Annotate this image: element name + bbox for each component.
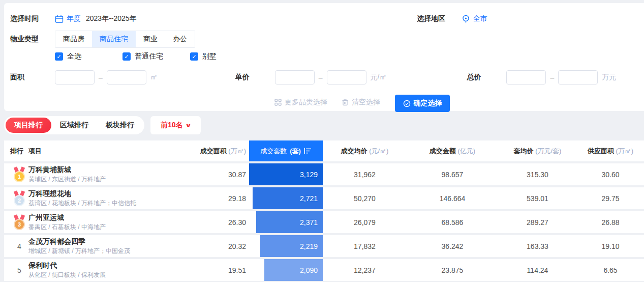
property-type-tab-residential[interactable]: 商品住宅: [92, 31, 136, 47]
checkbox-select-all[interactable]: ✓ 全选: [55, 52, 122, 61]
total-price-unit: 万元: [602, 73, 616, 82]
check-circle-icon: [403, 100, 411, 107]
deal-amount-value: 36.242: [407, 242, 498, 250]
ranking-tab-group: 项目排行 区域排行 板块排行: [4, 116, 144, 134]
col-header-deal-amount[interactable]: 成交金额 (亿元): [407, 147, 498, 156]
deal-units-cell: 2,721: [249, 187, 323, 209]
time-mode-select[interactable]: 年度: [67, 14, 81, 23]
project-cell[interactable]: 广州亚运城 番禺区 / 石基板块 / 中海地产: [28, 213, 186, 231]
checkbox-checked-icon: ✓: [55, 52, 63, 61]
unit-price-unit: 元/㎡: [371, 73, 387, 82]
filter-panel: 选择时间 年度 2023年--2025年 选择地区 全市 物业类型 商品房 商品…: [4, 3, 644, 111]
deal-units-bar: 3,129: [249, 163, 323, 185]
table-row[interactable]: 4 4 金茂万科都会四季 增城区 / 新塘镇 / 万科地产；中国金茂 20.32…: [4, 235, 644, 257]
deal-units-bar: 2,219: [260, 235, 323, 257]
project-location-developer: 荔湾区 / 花地板块 / 万科地产；中信信托: [28, 200, 186, 207]
table-row[interactable]: 1 1 万科黄埔新城 黄埔区 / 东区街道 / 万科地产 30.87 3,129…: [4, 163, 644, 185]
location-pin-icon: [462, 15, 470, 23]
deal-units-cell: 3,129: [249, 163, 323, 185]
project-name: 保利时代: [28, 261, 186, 270]
property-type-tab-commodity[interactable]: 商品房: [55, 31, 92, 47]
project-name: 金茂万科都会四季: [28, 237, 186, 246]
project-cell[interactable]: 金茂万科都会四季 增城区 / 新塘镇 / 万科地产；中国金茂: [28, 237, 186, 255]
property-type-label: 物业类型: [10, 35, 55, 44]
per-unit-price-value: 539.01: [498, 194, 577, 203]
more-categories-button[interactable]: 更多品类选择: [274, 98, 327, 107]
total-price-max-input[interactable]: [558, 70, 598, 84]
property-type-tab-commercial[interactable]: 商业: [136, 31, 165, 47]
deal-units-bar: 2,721: [253, 187, 323, 209]
area-max-input[interactable]: [107, 70, 146, 84]
checkbox-checked-icon: ✓: [122, 52, 131, 61]
medal-icon: 1: [13, 167, 25, 182]
region-filter-label: 选择地区: [417, 14, 462, 23]
project-cell[interactable]: 万科黄埔新城 黄埔区 / 东区街道 / 万科地产: [28, 165, 186, 183]
table-row[interactable]: 5 5 保利时代 从化区 / 街口板块 / 保利发展 19.51 2,090 1…: [4, 259, 644, 281]
rank-cell: 1 1: [4, 167, 28, 182]
clear-selection-button[interactable]: 清空选择: [342, 98, 380, 107]
deal-area-value: 20.32: [186, 242, 246, 250]
project-cell[interactable]: 保利时代 从化区 / 街口板块 / 保利发展: [28, 261, 186, 279]
per-unit-price-value: 114.24: [498, 266, 577, 274]
checkbox-ordinary-residence[interactable]: ✓ 普通住宅: [122, 52, 190, 61]
project-location-developer: 从化区 / 街口板块 / 保利发展: [28, 271, 186, 279]
area-filter-label: 面积: [10, 73, 55, 82]
grid-icon: [274, 99, 282, 106]
rank-cell: 3 3: [4, 215, 28, 230]
deal-area-value: 29.18: [186, 194, 246, 203]
avg-price-value: 17,832: [323, 242, 407, 250]
top-n-dropdown[interactable]: 前10名 ∨: [150, 116, 201, 134]
total-price-min-input[interactable]: [506, 70, 546, 84]
deal-units-cell: 2,371: [249, 211, 323, 233]
supply-area-value: 30.60: [577, 171, 644, 179]
calendar-icon: [55, 15, 64, 23]
confirm-selection-button[interactable]: 确定选择: [395, 95, 450, 112]
project-name: 万科理想花地: [28, 189, 186, 199]
unit-price-max-input[interactable]: [327, 70, 366, 84]
deal-units-cell: 2,219: [249, 235, 323, 257]
avg-price-value: 31,962: [323, 171, 407, 179]
deal-area-value: 30.87: [186, 171, 246, 179]
tab-project-ranking[interactable]: 项目排行: [6, 118, 51, 133]
deal-units-cell: 2,090: [249, 259, 323, 281]
table-header-row: 排行 项目 成交面积 (万㎡) 成交套数(套) 成交均价 (元/㎡) 成交金额 …: [4, 140, 644, 161]
deal-units-bar: 2,371: [256, 211, 323, 233]
area-unit: ㎡: [150, 73, 158, 82]
table-row[interactable]: 2 2 万科理想花地 荔湾区 / 花地板块 / 万科地产；中信信托 29.18 …: [4, 187, 644, 209]
deal-amount-value: 98.657: [407, 171, 498, 179]
col-header-deal-area[interactable]: 成交面积 (万㎡): [186, 147, 246, 156]
total-price-filter-label: 总价: [467, 73, 506, 82]
col-header-project: 项目: [28, 147, 186, 156]
project-name: 万科黄埔新城: [28, 165, 186, 175]
col-header-rank: 排行: [4, 147, 28, 156]
area-min-input[interactable]: [55, 70, 95, 84]
region-value[interactable]: 全市: [473, 14, 487, 23]
time-filter-label: 选择时间: [10, 14, 55, 23]
sort-descending-icon: [304, 148, 312, 154]
deal-amount-value: 146.664: [407, 194, 498, 203]
medal-icon: 2: [13, 191, 25, 206]
deal-units-bar: 2,090: [264, 259, 323, 281]
tab-district-ranking[interactable]: 区域排行: [51, 118, 97, 133]
checkbox-villa[interactable]: ✓ 别墅: [190, 52, 258, 61]
chevron-down-icon: ∨: [185, 122, 192, 129]
avg-price-value: 50,270: [323, 194, 407, 203]
time-range-value[interactable]: 2023年--2025年: [86, 14, 137, 23]
property-type-tab-office[interactable]: 办公: [165, 31, 195, 47]
tab-sector-ranking[interactable]: 板块排行: [97, 118, 143, 133]
supply-area-value: 26.88: [577, 218, 644, 227]
avg-price-value: 12,237: [323, 266, 407, 274]
col-header-avg-price[interactable]: 成交均价 (元/㎡): [323, 147, 407, 156]
project-location-developer: 番禺区 / 石基板块 / 中海地产: [28, 223, 186, 231]
col-header-supply-area[interactable]: 供应面积 (万㎡): [577, 147, 644, 156]
supply-area-value: 29.75: [577, 194, 644, 203]
table-row[interactable]: 3 3 广州亚运城 番禺区 / 石基板块 / 中海地产 26.30 2,371 …: [4, 211, 644, 233]
project-cell[interactable]: 万科理想花地 荔湾区 / 花地板块 / 万科地产；中信信托: [28, 189, 186, 207]
col-header-per-unit-price[interactable]: 套均价 (万元/套): [498, 147, 577, 156]
col-header-deal-units-sorted[interactable]: 成交套数(套): [249, 140, 323, 161]
unit-price-min-input[interactable]: [275, 70, 315, 84]
trash-icon: [342, 99, 349, 106]
supply-area-value: 6.65: [577, 266, 644, 274]
deal-area-value: 26.30: [186, 218, 246, 227]
project-location-developer: 增城区 / 新塘镇 / 万科地产；中国金茂: [28, 247, 186, 255]
